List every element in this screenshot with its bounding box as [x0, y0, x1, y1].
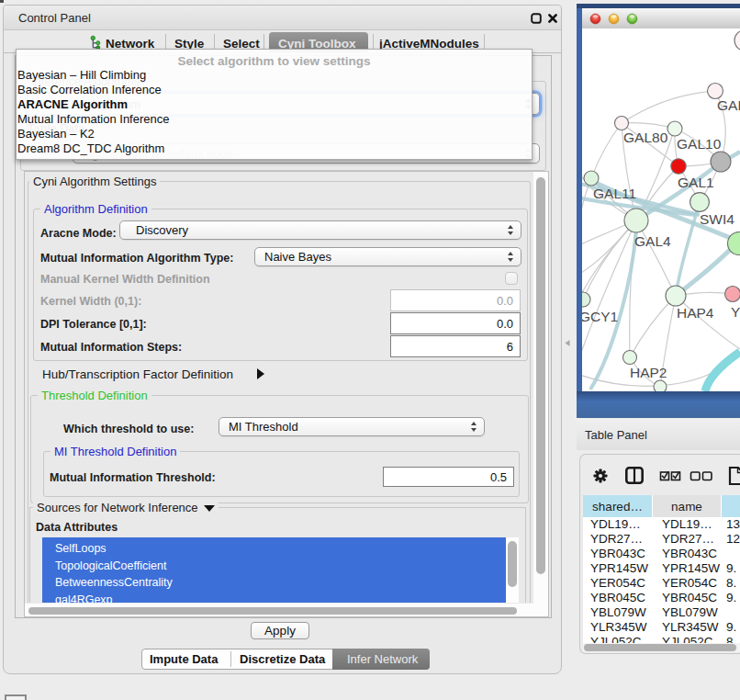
svg-text:YEL: YEL	[731, 304, 740, 320]
svg-text:HAP4: HAP4	[677, 305, 714, 321]
svg-text:GAL80: GAL80	[623, 130, 668, 145]
svg-text:GAL11: GAL11	[593, 186, 636, 201]
svg-text:SWI4: SWI4	[700, 211, 734, 227]
svg-text:HAP2: HAP2	[630, 365, 667, 380]
svg-text:GAL4: GAL4	[634, 233, 671, 249]
svg-text:GAL7: GAL7	[717, 97, 740, 113]
svg-text:GCY1: GCY1	[582, 309, 618, 324]
svg-text:GAL10: GAL10	[677, 136, 722, 152]
svg-text:GAL1: GAL1	[678, 175, 714, 190]
